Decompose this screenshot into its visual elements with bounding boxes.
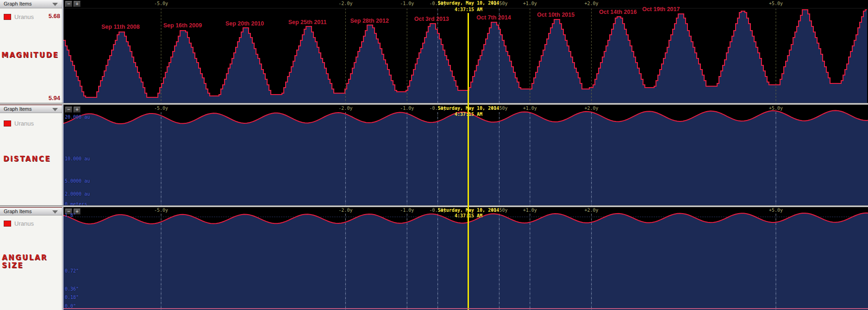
opposition-date-label: Sep 28th 2012	[342, 18, 397, 24]
series-color-swatch	[4, 14, 11, 20]
now-time-label: 4:37:15 AM	[422, 7, 515, 12]
sidebar-distance: Graph Items Uranus DiSTANCE	[0, 105, 62, 205]
graph-items-header[interactable]: Graph Items	[0, 207, 62, 215]
time-tick-label: +5.0y	[763, 106, 789, 111]
graph-window: Graph Items Uranus 5.68 MAGNiTUDE 5.94 −…	[0, 0, 868, 310]
angular-size-chart: −+-5.0y-2.0y-1.0y-0.50y+0.50y+1.0y+2.0y+…	[62, 207, 868, 310]
time-tick-label: -5.0y	[148, 106, 174, 111]
magnitude-min-value: 5.94	[49, 95, 60, 101]
now-date-label: Saturday, May 10, 2014	[422, 106, 515, 111]
series-label: Uranus	[14, 13, 34, 20]
graph-items-title: Graph Items	[4, 209, 32, 214]
time-tick-label: +5.0y	[763, 208, 789, 213]
chevron-down-icon	[52, 210, 58, 214]
time-tick-label: +1.0y	[517, 106, 543, 111]
time-tick-label: +2.0y	[579, 208, 605, 213]
magnitude-chart: −+-5.0y-2.0y-1.0y-0.50y+0.50y+1.0y+2.0y+…	[62, 0, 868, 103]
chevron-down-icon	[52, 3, 58, 6]
panel-title-angular-size: ANGULAR	[2, 253, 48, 262]
now-time-label: 4:37:15 AM	[422, 213, 515, 218]
zoom-in-button[interactable]: +	[74, 1, 81, 7]
time-tick-label: -5.0y	[148, 208, 174, 213]
time-tick-label: +2.0y	[579, 1, 605, 6]
legend-item-uranus[interactable]: Uranus	[4, 119, 34, 126]
distance-plot	[63, 105, 868, 205]
y-axis-label: 0.18"	[65, 295, 79, 300]
y-axis-label: 2.0000 au	[65, 191, 90, 196]
series-label: Uranus	[14, 220, 34, 227]
y-axis-label: 0.72"	[65, 268, 79, 273]
now-time-label: 4:37:15 AM	[422, 112, 515, 117]
graph-items-title: Graph Items	[4, 106, 32, 112]
zoom-out-button[interactable]: −	[65, 1, 72, 7]
time-tick-label: -2.0y	[332, 208, 358, 213]
time-tick-label: +1.0y	[517, 208, 543, 213]
graph-items-header[interactable]: Graph Items	[0, 105, 62, 113]
legend-item-uranus[interactable]: Uranus	[4, 219, 34, 226]
opposition-date-label: Oct 7th 2014	[466, 14, 521, 21]
zoom-in-button[interactable]: +	[74, 107, 81, 113]
time-tick-label: -1.0y	[394, 208, 420, 213]
opposition-date-label: Sep 20th 2010	[217, 20, 273, 27]
y-axis-label: 1.8"	[65, 213, 76, 218]
distance-chart: −+-5.0y-2.0y-1.0y-0.50y+0.50y+1.0y+2.0y+…	[62, 105, 868, 205]
time-tick-label: -1.0y	[394, 1, 420, 6]
y-axis-label: 20.000 au	[65, 114, 90, 120]
angular-size-plot	[63, 207, 868, 310]
time-tick-label: -2.0y	[332, 106, 358, 111]
graph-items-header[interactable]: Graph Items	[0, 0, 62, 8]
panel-title-distance: DiSTANCE	[3, 155, 51, 163]
zoom-out-button[interactable]: −	[65, 107, 72, 113]
graph-items-title: Graph Items	[4, 1, 32, 6]
y-axis-label: 5.0000 au	[65, 178, 90, 183]
panel-title-angular-size-line2: SiZE	[2, 261, 24, 270]
time-tick-label: +5.0y	[763, 1, 789, 6]
y-axis-label: 0.36"	[65, 286, 79, 291]
time-tick-label: -1.0y	[394, 106, 420, 111]
baseline-marker	[63, 308, 868, 309]
series-color-swatch	[4, 221, 11, 227]
chevron-down-icon	[52, 108, 58, 111]
time-tick-label: -5.0y	[148, 1, 174, 6]
opposition-date-label: Sep 11th 2008	[93, 24, 148, 30]
time-tick-label: +1.0y	[517, 1, 543, 6]
opposition-date-label: Oct 19th 2017	[633, 6, 689, 13]
time-tick-label: -2.0y	[332, 1, 358, 6]
opposition-date-label: Sep 16th 2009	[155, 22, 210, 29]
time-tick-label: +2.0y	[579, 106, 605, 111]
y-axis-label: 10.000 au	[65, 156, 90, 161]
now-date-label: Saturday, May 10, 2014	[422, 0, 515, 6]
panel-title-magnitude: MAGNiTUDE	[1, 51, 59, 59]
opposition-date-label: Oct 3rd 2013	[404, 16, 459, 22]
now-date-label: Saturday, May 10, 2014	[422, 208, 515, 213]
opposition-date-label: Oct 10th 2015	[528, 12, 584, 18]
series-label: Uranus	[14, 120, 34, 127]
sidebar-magnitude: Graph Items Uranus 5.68 MAGNiTUDE 5.94	[0, 0, 62, 103]
legend-item-uranus[interactable]: Uranus	[4, 13, 34, 19]
magnitude-max-value: 5.68	[49, 13, 60, 19]
series-color-swatch	[4, 120, 11, 127]
opposition-date-label: Sep 25th 2011	[280, 19, 335, 25]
sidebar-angular-size: Graph Items Uranus ANGULAR SiZE	[0, 207, 62, 310]
